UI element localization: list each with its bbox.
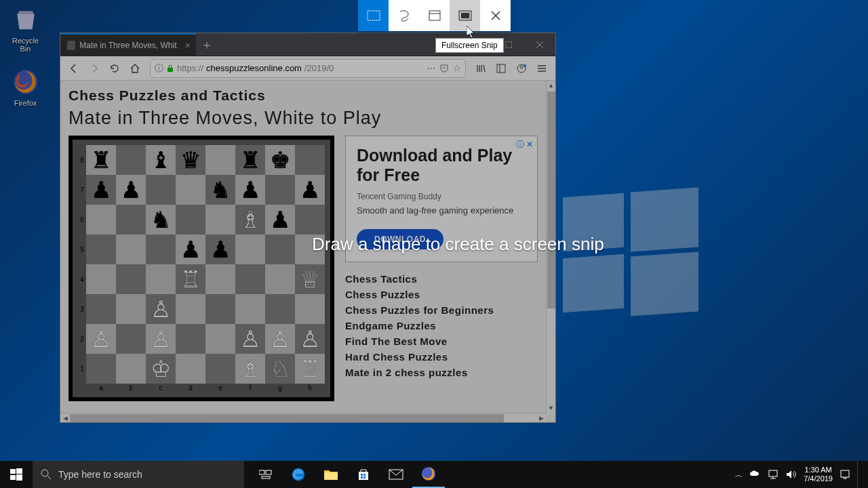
svg-line-26	[47, 476, 51, 479]
file-explorer-taskbar-icon[interactable]	[315, 461, 347, 488]
show-desktop-button[interactable]	[857, 461, 861, 488]
svg-rect-27	[259, 470, 264, 474]
window-snip-button[interactable]	[419, 0, 450, 31]
windows-start-icon	[10, 468, 22, 481]
svg-rect-38	[769, 470, 777, 476]
svg-rect-23	[10, 475, 16, 480]
mail-taskbar-icon[interactable]	[380, 461, 412, 488]
svg-rect-35	[363, 476, 366, 479]
tray-network-icon[interactable]	[768, 470, 779, 479]
edge-taskbar-icon[interactable]	[282, 461, 315, 488]
svg-rect-22	[16, 468, 22, 474]
store-taskbar-icon[interactable]	[347, 461, 380, 488]
svg-rect-31	[324, 472, 338, 480]
svg-rect-15	[429, 11, 440, 20]
fullscreen-snip-icon	[458, 10, 472, 21]
rectangular-snip-button[interactable]	[358, 0, 389, 31]
start-button[interactable]	[0, 461, 33, 488]
firefox-taskbar-icon[interactable]	[412, 461, 445, 488]
tray-chevron-icon[interactable]: ︿	[735, 470, 743, 480]
svg-rect-18	[461, 13, 469, 18]
taskbar: Type here to search ︿ 1:30 AM 7/4/2019	[0, 461, 868, 488]
tray-time: 1:30 AM	[804, 466, 833, 474]
freeform-snip-icon	[397, 9, 411, 22]
svg-rect-41	[841, 470, 849, 477]
task-view-icon[interactable]	[250, 461, 282, 488]
close-icon	[491, 11, 500, 20]
svg-rect-33	[363, 474, 366, 476]
svg-rect-24	[16, 474, 22, 481]
search-placeholder: Type here to search	[58, 469, 142, 480]
svg-rect-29	[262, 476, 270, 479]
search-icon	[41, 469, 52, 480]
snip-hint-text: Draw a shape to create a screen snip	[312, 234, 604, 255]
svg-rect-14	[368, 11, 380, 20]
fullscreen-snip-button[interactable]	[450, 0, 480, 31]
svg-point-25	[41, 470, 48, 476]
tray-notifications-icon[interactable]	[840, 469, 850, 480]
snip-tooltip: Fullscreen Snip	[435, 38, 504, 53]
snip-toolbar	[358, 0, 511, 31]
svg-rect-32	[361, 474, 363, 476]
tray-date: 7/4/2019	[804, 474, 833, 483]
taskbar-search[interactable]: Type here to search	[33, 461, 244, 488]
svg-rect-34	[361, 476, 363, 479]
tray-onedrive-icon[interactable]	[749, 470, 762, 479]
tray-clock[interactable]: 1:30 AM 7/4/2019	[804, 466, 833, 483]
svg-rect-21	[10, 469, 16, 474]
snip-close-button[interactable]	[480, 0, 511, 31]
svg-rect-28	[266, 470, 271, 474]
freeform-snip-button[interactable]	[389, 0, 419, 31]
rectangular-snip-icon	[367, 10, 380, 21]
tray-volume-icon[interactable]	[786, 470, 797, 479]
window-snip-icon	[429, 10, 441, 21]
